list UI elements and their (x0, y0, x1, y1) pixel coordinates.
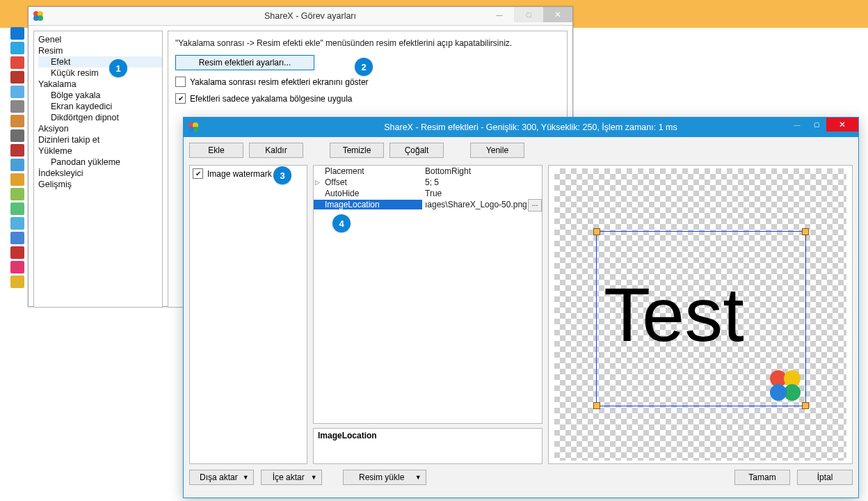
nav-item[interactable]: Bölge yakala (38, 90, 162, 101)
property-row-imagelocation[interactable]: ImageLocation ıages\ShareX_Logo-50.png .… (314, 199, 542, 210)
nav-item[interactable]: İndeksleyici (38, 168, 162, 179)
resize-handle[interactable] (593, 228, 600, 235)
nav-item[interactable]: Aksiyon (38, 123, 162, 134)
host-icon (10, 144, 24, 157)
maximize-button[interactable]: ▢ (807, 118, 826, 132)
host-icon (10, 159, 24, 171)
clear-button[interactable]: Temizle (330, 143, 384, 158)
watermark-logo-icon (769, 369, 801, 401)
effects-list[interactable]: Image watermark (189, 165, 307, 464)
nav-item-efekt[interactable]: Efekt (38, 56, 162, 67)
chevron-down-icon: ▼ (311, 474, 317, 481)
nav-item[interactable]: Genel (38, 34, 162, 45)
show-effects-screen-checkbox-row[interactable]: Yakalama sonrası resim efektleri ekranın… (175, 77, 560, 87)
import-button[interactable]: İçe aktar▼ (261, 470, 322, 485)
property-value[interactable]: ıages\ShareX_Logo-50.png ... (422, 200, 542, 209)
property-row[interactable]: AutoHide True (314, 188, 542, 199)
host-icon (10, 173, 24, 186)
maximize-button: ▢ (514, 7, 543, 22)
host-icon (10, 100, 24, 113)
expand-icon[interactable]: ▷ (315, 179, 320, 186)
callout-2: 2 (355, 58, 373, 76)
selection-rect[interactable]: Test (596, 231, 806, 406)
effects-toolbar: Ekle Kaldır Temizle Çoğalt Yenile (189, 143, 853, 158)
cancel-button[interactable]: İptal (797, 470, 853, 485)
nav-item[interactable]: Yakalama (38, 79, 162, 90)
nav-item[interactable]: Küçük resim (38, 67, 162, 79)
host-icon (10, 115, 24, 127)
close-button[interactable]: ✕ (543, 7, 572, 22)
browse-button[interactable]: ... (528, 199, 542, 212)
property-grid[interactable]: Placement BottomRight ▷ Offset 5; 5 (313, 165, 542, 424)
settings-nav-tree[interactable]: Genel Resim Efekt Küçük resim Yakalama B… (33, 31, 163, 308)
property-value[interactable]: 5; 5 (422, 177, 542, 187)
preview-sample-text: Test (604, 270, 744, 358)
image-effects-titlebar[interactable]: ShareX - Resim efektleri - Genişlik: 300… (184, 118, 858, 137)
callout-3: 3 (273, 166, 291, 184)
preview-canvas: Test (554, 168, 846, 461)
host-icon (10, 56, 24, 69)
duplicate-button[interactable]: Çoğalt (389, 143, 444, 158)
host-icon (10, 217, 24, 230)
host-icon (10, 42, 24, 54)
load-image-button[interactable]: Resim yükle▼ (343, 470, 426, 485)
sharex-icon (188, 122, 199, 133)
export-button[interactable]: Dışa aktar▼ (189, 470, 254, 485)
host-icon (10, 276, 24, 288)
chevron-down-icon: ▼ (243, 474, 249, 481)
property-name: AutoHide (314, 189, 422, 198)
nav-item[interactable]: Yükleme (38, 145, 162, 157)
refresh-button[interactable]: Yenile (470, 143, 524, 158)
property-name: ImageLocation (314, 200, 422, 209)
host-icon (10, 71, 24, 84)
task-settings-titlebar[interactable]: ShareX - Görev ayarları — ▢ ✕ (29, 7, 572, 26)
property-name: ▷ Offset (314, 177, 422, 187)
ok-button[interactable]: Tamam (734, 470, 790, 485)
property-help: ImageLocation (313, 428, 542, 464)
host-icon (10, 129, 24, 142)
property-value[interactable]: True (422, 189, 542, 198)
effect-item-label: Image watermark (207, 169, 272, 179)
host-icon (10, 246, 24, 259)
checkbox-icon[interactable] (175, 93, 186, 104)
minimize-button[interactable]: — (787, 118, 807, 132)
minimize-button[interactable]: — (485, 7, 514, 22)
property-help-name: ImageLocation (318, 431, 377, 440)
property-name: Placement (314, 166, 422, 176)
host-icon (10, 86, 24, 98)
nav-item[interactable]: Dizinleri takip et (38, 134, 162, 145)
nav-item[interactable]: Gelişmiş (38, 179, 162, 190)
remove-button[interactable]: Kaldır (249, 143, 303, 158)
resize-handle[interactable] (802, 228, 809, 235)
host-icon (10, 232, 24, 244)
host-icon (10, 202, 24, 215)
image-effects-settings-button[interactable]: Resim efektleri ayarları... (175, 55, 314, 70)
property-row[interactable]: Placement BottomRight (314, 166, 542, 177)
info-text: "Yakalama sonrası -> Resim efekti ekle" … (175, 38, 560, 48)
checkbox-label: Yakalama sonrası resim efektleri ekranın… (190, 77, 369, 87)
callout-4: 4 (332, 214, 351, 232)
image-effects-footer: Dışa aktar▼ İçe aktar▼ Resim yükle▼ Tama… (189, 468, 853, 486)
nav-item[interactable]: Panodan yükleme (38, 157, 162, 168)
property-row[interactable]: ▷ Offset 5; 5 (314, 177, 542, 188)
host-icon (10, 27, 24, 40)
host-icon (10, 188, 24, 200)
host-icon (10, 261, 24, 273)
nav-item[interactable]: Resim (38, 45, 162, 56)
checkbox-icon[interactable] (175, 77, 186, 87)
property-value[interactable]: BottomRight (422, 166, 542, 176)
add-button[interactable]: Ekle (189, 143, 243, 158)
chevron-down-icon: ▼ (415, 474, 421, 481)
resize-handle[interactable] (802, 402, 809, 409)
nav-item[interactable]: Dikdörtgen dipnot (38, 112, 162, 123)
checkbox-icon[interactable] (193, 168, 203, 179)
resize-handle[interactable] (593, 402, 600, 409)
host-left-icon-strip (8, 25, 26, 290)
apply-effects-region-checkbox-row[interactable]: Efektleri sadece yakalama bölgesine uygu… (175, 93, 560, 104)
callout-1: 1 (109, 59, 127, 77)
close-button[interactable]: ✕ (826, 118, 858, 132)
preview-panel: Test (548, 165, 853, 464)
sharex-icon (33, 10, 44, 22)
image-effects-title: ShareX - Resim efektleri - Genişlik: 300… (203, 122, 858, 132)
nav-item[interactable]: Ekran kaydedici (38, 101, 162, 112)
